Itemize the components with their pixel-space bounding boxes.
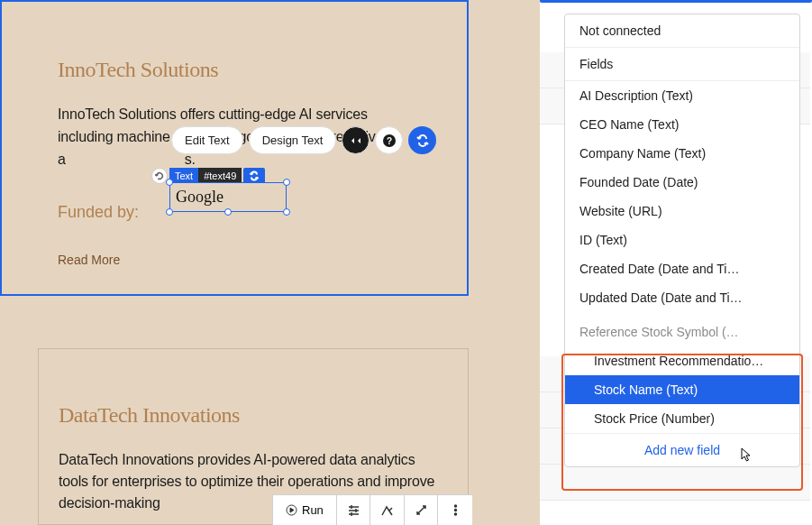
edit-text-button[interactable]: Edit Text (171, 126, 243, 154)
more-icon[interactable] (438, 495, 472, 525)
resize-handle[interactable] (224, 208, 232, 216)
selected-text-value: Google (170, 188, 224, 207)
resize-handle[interactable] (166, 208, 173, 216)
tools-icon[interactable] (337, 495, 371, 525)
dd-not-connected[interactable]: Not connected (565, 14, 799, 48)
dd-field-option[interactable]: Investment Recommendatio… (565, 346, 799, 375)
text-edit-toolbar: Edit Text Design Text ? (171, 126, 436, 154)
card-title: InnoTech Solutions (58, 58, 411, 82)
resize-handle[interactable] (283, 208, 290, 216)
dd-field-option[interactable]: Created Date (Date and Ti… (565, 254, 799, 283)
design-text-button[interactable]: Design Text (249, 126, 337, 154)
design-canvas[interactable]: InnoTech Solutions InnoTech Solutions of… (0, 0, 541, 525)
dd-reference-header: Reference Stock Symbol (… (565, 312, 799, 346)
dd-field-option[interactable]: ID (Text) (565, 226, 799, 254)
dd-field-option[interactable]: Founded Date (Date) (565, 168, 799, 197)
svg-point-5 (454, 513, 456, 515)
svg-point-3 (454, 505, 456, 507)
connect-panel: Not connected Fields AI Description (Tex… (540, 0, 812, 525)
dd-field-option[interactable]: Updated Date (Date and Ti… (565, 283, 799, 312)
svg-text:?: ? (387, 135, 392, 145)
animation-icon[interactable] (342, 126, 370, 154)
card-title: DataTech Innovations (59, 403, 448, 428)
field-dropdown: Not connected Fields AI Description (Tex… (564, 14, 800, 467)
svg-point-4 (454, 510, 456, 511)
dd-field-option[interactable]: AI Description (Text) (565, 81, 799, 110)
expand-icon[interactable] (405, 495, 439, 525)
dd-field-option-selected[interactable]: Stock Name (Text) (565, 375, 799, 404)
dd-add-new-field[interactable]: Add new field (565, 433, 799, 466)
funded-by-label: Funded by: (58, 203, 139, 222)
help-icon[interactable]: ? (375, 126, 403, 154)
data-connect-icon[interactable] (408, 126, 436, 154)
resize-handle[interactable] (166, 179, 173, 186)
read-more-link[interactable]: Read More (58, 253, 120, 267)
bottom-toolbar: Run (272, 494, 472, 525)
resize-handle[interactable] (283, 179, 290, 186)
path-icon[interactable] (370, 495, 405, 525)
dd-field-option[interactable]: Website (URL) (565, 197, 799, 226)
dd-fields-header: Fields (565, 48, 799, 81)
dd-field-option[interactable]: Stock Price (Number) (565, 404, 799, 433)
dd-field-option[interactable]: Company Name (Text) (565, 139, 799, 168)
dd-field-option[interactable]: CEO Name (Text) (565, 110, 799, 139)
selected-text-element[interactable]: Google (169, 182, 287, 212)
run-button[interactable]: Run (273, 495, 337, 525)
